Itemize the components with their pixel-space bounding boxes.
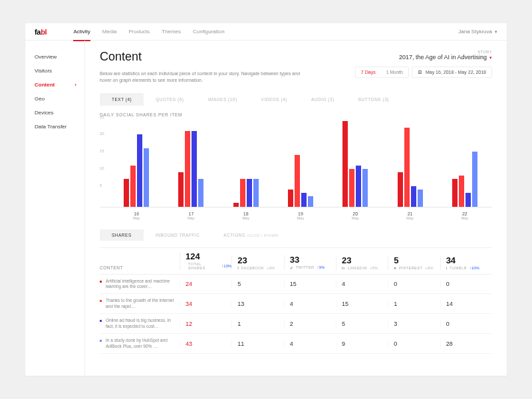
x-axis-label: 18May bbox=[219, 211, 273, 220]
bar[interactable] bbox=[418, 190, 423, 207]
content-type-tabs: TEXT (4)QUOTES (6)IMAGES (10)VIDEOS (4)A… bbox=[100, 93, 492, 106]
bar[interactable] bbox=[124, 179, 129, 206]
bar[interactable] bbox=[342, 121, 348, 207]
bar[interactable] bbox=[404, 128, 410, 207]
cell: 4 bbox=[284, 301, 336, 307]
metric-tab-shares[interactable]: SHARES bbox=[100, 229, 144, 241]
shares-table: CONTENT124TOTAL SHARES↑10%23fFACEBOOK+3%… bbox=[100, 247, 492, 354]
bar-group bbox=[164, 121, 218, 207]
bar[interactable] bbox=[288, 190, 293, 207]
cell: 43 bbox=[180, 340, 231, 347]
cell: 0 bbox=[440, 281, 492, 287]
series-dot bbox=[100, 300, 102, 302]
story-selector[interactable]: STORY 2017, the Age of AI in Advertising… bbox=[399, 50, 492, 61]
bar-group bbox=[438, 121, 492, 207]
tab-text[interactable]: TEXT (4) bbox=[100, 93, 144, 106]
range-7days[interactable]: 7 Days bbox=[356, 67, 381, 77]
table-row[interactable]: Thanks to the growth of the internet and… bbox=[100, 294, 492, 314]
col-header-content: CONTENT bbox=[100, 265, 180, 270]
cell: 11 bbox=[231, 340, 283, 347]
bar[interactable] bbox=[472, 152, 477, 207]
bar[interactable] bbox=[233, 203, 239, 206]
user-menu[interactable]: Jana Stykrova▾ bbox=[458, 29, 497, 35]
col-header: 23fFACEBOOK+3% bbox=[231, 256, 283, 270]
cell: 13 bbox=[231, 301, 283, 307]
calendar-icon: 🗓 bbox=[418, 70, 422, 74]
cell: 0 bbox=[388, 281, 440, 287]
sidebar-item-geo[interactable]: Geo bbox=[35, 92, 84, 106]
bar[interactable] bbox=[411, 186, 416, 207]
page-description: Below are statistics on each individual … bbox=[100, 70, 306, 84]
bar[interactable] bbox=[356, 166, 361, 207]
caret-down-icon: ▾ bbox=[495, 29, 497, 35]
tab-audio[interactable]: AUDIO (3) bbox=[299, 93, 346, 106]
bar[interactable] bbox=[198, 179, 203, 206]
topnav-activity[interactable]: Activity bbox=[73, 23, 90, 41]
date-range-picker[interactable]: 🗓May 16, 2018 - May 22, 2018 bbox=[412, 66, 492, 78]
sidebar-item-content[interactable]: Content› bbox=[35, 78, 84, 92]
metric-tab-actions[interactable]: ACTIONS(CLICK / HOVER) bbox=[211, 229, 291, 241]
cell: 1 bbox=[231, 321, 283, 327]
bar[interactable] bbox=[308, 196, 313, 206]
topnav-configuration[interactable]: Configuration bbox=[193, 23, 225, 41]
bar[interactable] bbox=[130, 166, 136, 207]
bar[interactable] bbox=[144, 148, 149, 207]
bar[interactable] bbox=[301, 193, 307, 207]
col-header: 5●PINTEREST+3% bbox=[388, 256, 440, 270]
cell: 34 bbox=[180, 301, 231, 307]
cell: 1 bbox=[388, 301, 440, 307]
metric-tab-inbound-traffic[interactable]: INBOUND TRAFFIC bbox=[144, 229, 212, 241]
table-row[interactable]: In a study done by HubSpot and AdBlock P… bbox=[100, 334, 492, 354]
cell: 12 bbox=[180, 321, 231, 327]
range-segment: 7 Days1 Month bbox=[355, 66, 409, 78]
bar[interactable] bbox=[349, 169, 354, 207]
sidebar: OverviewVisitorsContent›GeoDevicesData T… bbox=[25, 41, 85, 376]
row-label: Artificial intelligence and machine lear… bbox=[106, 279, 180, 290]
topnav-media[interactable]: Media bbox=[102, 23, 117, 41]
bar[interactable] bbox=[178, 172, 184, 207]
row-label: Online ad fraud is big business. In fact… bbox=[106, 318, 180, 329]
table-row[interactable]: Online ad fraud is big business. In fact… bbox=[100, 314, 492, 334]
row-label: In a study done by HubSpot and AdBlock P… bbox=[106, 338, 180, 349]
bar[interactable] bbox=[295, 155, 300, 206]
bar[interactable] bbox=[459, 176, 464, 206]
col-header: 124TOTAL SHARES↑10% bbox=[180, 252, 231, 270]
cell: 24 bbox=[180, 281, 231, 287]
bar[interactable] bbox=[185, 131, 190, 207]
cell: 14 bbox=[440, 301, 492, 307]
x-axis-label: 16May bbox=[109, 211, 164, 220]
topnav-products[interactable]: Products bbox=[129, 23, 150, 41]
bar[interactable] bbox=[253, 179, 259, 206]
tab-videos[interactable]: VIDEOS (4) bbox=[249, 93, 299, 106]
sidebar-item-data-transfer[interactable]: Data Transfer bbox=[35, 120, 84, 134]
top-nav: ActivityMediaProductsThemesConfiguration bbox=[73, 23, 458, 41]
table-row[interactable]: Artificial intelligence and machine lear… bbox=[100, 275, 492, 295]
metric-tabs: SHARESINBOUND TRAFFICACTIONS(CLICK / HOV… bbox=[100, 229, 492, 241]
series-dot bbox=[100, 281, 102, 283]
sidebar-item-visitors[interactable]: Visitors bbox=[35, 64, 84, 78]
topnav-themes[interactable]: Themes bbox=[162, 23, 181, 41]
series-dot bbox=[100, 340, 102, 342]
bar[interactable] bbox=[240, 179, 245, 206]
bar[interactable] bbox=[192, 131, 197, 207]
tab-images[interactable]: IMAGES (10) bbox=[196, 93, 249, 106]
topbar: fabl ActivityMediaProductsThemesConfigur… bbox=[25, 23, 507, 41]
cell: 28 bbox=[440, 340, 492, 347]
tab-quotes[interactable]: QUOTES (6) bbox=[144, 93, 196, 106]
bar[interactable] bbox=[362, 169, 368, 207]
cell: 15 bbox=[336, 301, 388, 307]
bar[interactable] bbox=[452, 179, 458, 206]
bar[interactable] bbox=[247, 179, 252, 206]
cell: 15 bbox=[284, 281, 336, 287]
range-1month[interactable]: 1 Month bbox=[381, 67, 408, 77]
bar[interactable] bbox=[466, 193, 471, 207]
main-panel: Content STORY 2017, the Age of AI in Adv… bbox=[85, 41, 507, 376]
cell: 5 bbox=[336, 321, 388, 327]
bar[interactable] bbox=[137, 134, 142, 206]
logo[interactable]: fabl bbox=[35, 28, 47, 36]
bar[interactable] bbox=[398, 172, 403, 207]
tab-buttons[interactable]: BUTTONS (3) bbox=[346, 93, 401, 106]
sidebar-item-devices[interactable]: Devices bbox=[35, 106, 84, 120]
x-axis-label: 21May bbox=[382, 211, 437, 220]
sidebar-item-overview[interactable]: Overview bbox=[35, 50, 84, 64]
